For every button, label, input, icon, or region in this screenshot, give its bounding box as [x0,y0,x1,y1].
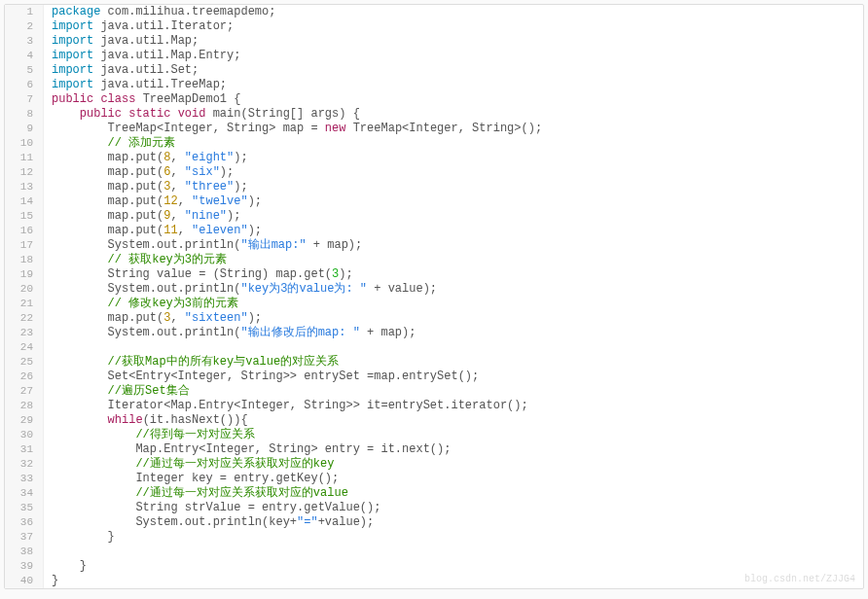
code-line: 36 System.out.println(key+"="+value); [5,515,863,530]
token: System.out.println( [52,238,240,252]
code-line: 21 // 修改key为3前的元素 [5,297,863,311]
token: System.out.println(key+ [52,515,297,529]
code-line: 4import java.util.Map.Entry; [5,49,863,63]
line-number: 24 [5,340,44,355]
token: map.put( [52,180,163,194]
line-content: TreeMap<Integer, String> map = new TreeM… [44,122,542,136]
line-number: 19 [5,267,44,282]
line-content [44,340,52,355]
line-number: 34 [5,486,44,501]
token: public class [52,92,143,106]
line-number: 14 [5,194,44,209]
code-line: 3import java.util.Map; [5,34,863,49]
line-content: //遍历Set集合 [44,384,190,399]
token: new [325,122,353,135]
line-content: package com.milihua.treemapdemo; [44,5,275,19]
line-content: map.put(12, "twelve"); [44,194,262,209]
token: "twelve" [192,194,248,208]
line-number: 31 [5,442,44,457]
code-line: 25 //获取Map中的所有key与value的对应关系 [5,355,863,370]
token: import [52,34,100,48]
line-content: } [44,530,115,545]
line-content: public class TreeMapDemo1 { [44,92,240,107]
token: , [170,151,184,164]
code-line: 14 map.put(12, "twelve"); [5,194,863,209]
token: Iterator<Map.Entry<Integer, String>> it=… [52,399,528,412]
code-line: 31 Map.Entry<Integer, String> entry = it… [5,442,863,457]
token: map.put( [52,151,163,164]
token: map.put( [52,209,163,223]
line-content: // 添加元素 [44,136,175,151]
token: "输出修改后的map: " [240,326,359,339]
line-content: String value = (String) map.get(3); [44,267,353,282]
token: java.util.TreeMap; [100,78,227,91]
line-number: 23 [5,326,44,340]
code-line: 17 System.out.println("输出map:" + map); [5,238,863,253]
code-line: 12 map.put(6, "six"); [5,165,863,180]
token: , [178,224,192,237]
token: Integer key = entry.getKey(); [52,472,339,485]
token: "eight" [185,151,234,164]
token: , [170,180,184,194]
token: map.put( [52,311,163,325]
token: map.put( [52,224,163,237]
code-line: 5import java.util.Set; [5,63,863,78]
line-number: 6 [5,78,44,92]
token [52,107,80,121]
code-line: 23 System.out.println("输出修改后的map: " + ma… [5,326,863,340]
code-line: 29 while(it.hasNext()){ [5,413,863,428]
line-content: import java.util.Iterator; [44,19,234,34]
line-content: //获取Map中的所有key与value的对应关系 [44,355,339,370]
line-number: 13 [5,180,44,194]
token: + map); [360,326,416,339]
token: import [52,63,100,77]
token [52,457,135,471]
token: ); [339,267,352,281]
token [52,486,135,500]
token: ); [248,224,262,237]
token: "key为3的value为: " [240,282,367,296]
line-content: Map.Entry<Integer, String> entry = it.ne… [44,442,451,457]
line-content: Integer key = entry.getKey(); [44,472,339,486]
line-number: 30 [5,428,44,442]
token [52,355,108,369]
line-content: map.put(6, "six"); [44,165,234,180]
token: //通过每一对对应关系获取对应的value [135,486,347,500]
code-line: 2import java.util.Iterator; [5,19,863,34]
token: } [52,574,58,587]
line-number: 21 [5,297,44,311]
code-line: 22 map.put(3, "sixteen"); [5,311,863,326]
line-number: 10 [5,136,44,151]
line-number: 35 [5,501,44,515]
line-number: 8 [5,107,44,122]
token: "输出map:" [240,238,306,252]
token: map.put( [52,165,163,179]
line-number: 25 [5,355,44,370]
line-content: Iterator<Map.Entry<Integer, String>> it=… [44,399,528,413]
token [52,428,135,441]
token: java.util.Map; [100,34,199,48]
line-content: map.put(3, "three"); [44,180,248,194]
code-line: 33 Integer key = entry.getKey(); [5,472,863,486]
token: TreeMap<Integer, String> map = [52,122,325,135]
line-number: 3 [5,34,44,49]
line-content: import java.util.Map; [44,34,199,49]
line-number: 18 [5,253,44,267]
line-content: map.put(3, "sixteen"); [44,311,262,326]
line-number: 39 [5,559,44,574]
token: String value = (String) map.get( [52,267,332,281]
token: // 修改key为3前的元素 [108,297,238,310]
line-content: map.put(11, "eleven"); [44,224,262,238]
token: com.milihua.treemapdemo; [108,5,276,18]
line-content: public static void main(String[] args) { [44,107,360,122]
line-content: //得到每一对对应关系 [44,428,255,442]
code-line: 26 Set<Entry<Integer, String>> entrySet … [5,370,863,384]
token: main(String[] args) { [213,107,360,121]
code-line: 20 System.out.println("key为3的value为: " +… [5,282,863,297]
token: +value); [318,515,375,529]
token: Map.Entry<Integer, String> entry = it.ne… [52,442,451,456]
token: ); [248,311,262,325]
line-content: map.put(8, "eight"); [44,151,248,165]
line-number: 28 [5,399,44,413]
token: ); [220,165,234,179]
